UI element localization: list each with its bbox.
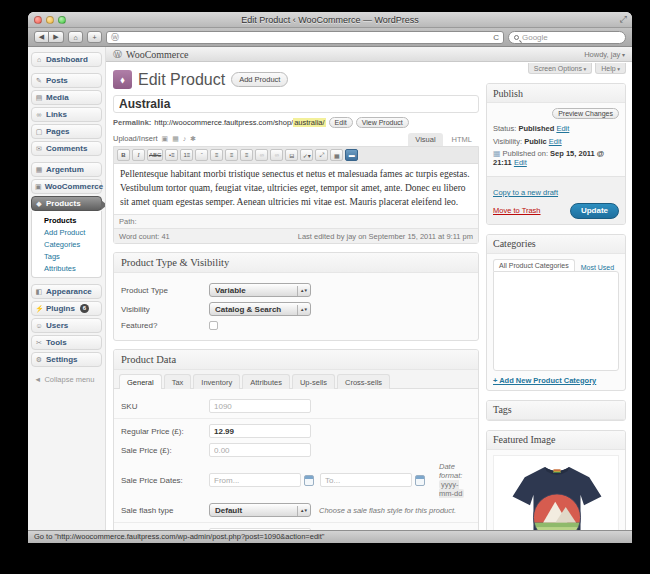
bold-icon[interactable]: B: [117, 149, 130, 161]
tags-title[interactable]: Tags: [487, 401, 625, 420]
sale-price-input[interactable]: [209, 443, 311, 457]
regular-price-input[interactable]: [209, 424, 311, 438]
submenu-products[interactable]: Products: [44, 214, 101, 226]
add-audio-icon[interactable]: ♪: [183, 135, 187, 142]
preview-changes-button[interactable]: Preview Changes: [552, 108, 619, 119]
tab-inventory[interactable]: Inventory: [193, 374, 240, 389]
sale-flash-select[interactable]: Default: [209, 503, 311, 517]
product-title-input[interactable]: [113, 95, 479, 113]
add-media-icon[interactable]: ✱: [190, 135, 196, 143]
add-new-category-link[interactable]: + Add New Product Category: [493, 376, 596, 385]
edit-visibility-link[interactable]: Edit: [549, 137, 562, 146]
featured-image[interactable]: AUSTRALIA: [493, 455, 619, 531]
woo-shortcodes-icon[interactable]: ▬: [345, 149, 358, 161]
move-to-trash-link[interactable]: Move to Trash: [493, 206, 541, 215]
links-icon: ∞: [35, 111, 43, 118]
featured-image-title[interactable]: Featured Image: [487, 431, 625, 450]
align-left-icon[interactable]: ≡: [210, 149, 223, 161]
weight-input[interactable]: [209, 528, 311, 530]
submenu-categories[interactable]: Categories: [44, 238, 101, 250]
spellcheck-icon[interactable]: ✓▾: [300, 149, 313, 161]
add-video-icon[interactable]: ▦: [172, 135, 179, 143]
sidebar-item-users[interactable]: ☺Users: [31, 318, 102, 333]
editor-content[interactable]: Pellentesque habitant morbi tristique se…: [114, 164, 478, 214]
update-button[interactable]: Update: [570, 203, 619, 219]
numbered-list-icon[interactable]: 1≡: [180, 149, 193, 161]
products-submenu: Products Add Product Categories Tags Att…: [31, 211, 102, 278]
sidebar-item-argentum[interactable]: ▦Argentum: [31, 162, 102, 177]
help-tab[interactable]: Help: [595, 63, 626, 74]
edit-published-link[interactable]: Edit: [514, 158, 527, 167]
product-data-title[interactable]: Product Data: [114, 350, 478, 370]
sidebar-item-tools[interactable]: ✂Tools: [31, 335, 102, 350]
add-image-icon[interactable]: ▣: [162, 135, 169, 143]
address-bar[interactable]: Ⓦ C: [106, 31, 504, 44]
publish-title[interactable]: Publish: [487, 84, 625, 103]
sidebar-item-media[interactable]: ▤Media: [31, 90, 102, 105]
submenu-attributes[interactable]: Attributes: [44, 262, 101, 274]
submenu-tags[interactable]: Tags: [44, 250, 101, 262]
resize-icon[interactable]: ⤢: [620, 14, 627, 25]
link-icon[interactable]: ∞: [255, 149, 268, 161]
sidebar-item-posts[interactable]: ✎Posts: [31, 73, 102, 88]
new-tab-button[interactable]: +: [87, 31, 102, 43]
sidebar-item-settings[interactable]: ⚙Settings: [31, 352, 102, 367]
site-name[interactable]: ⓌWooCommerce: [113, 48, 189, 61]
sku-input[interactable]: [209, 399, 311, 413]
screen-options-tab[interactable]: Screen Options: [528, 63, 593, 74]
more-tag-icon[interactable]: ⊟: [285, 149, 298, 161]
sidebar-item-plugins[interactable]: ⚡Plugins6: [31, 301, 102, 316]
visibility-select[interactable]: Catalog & Search: [209, 302, 311, 316]
blockquote-icon[interactable]: “: [195, 149, 208, 161]
sidebar-item-appearance[interactable]: ◧Appearance: [31, 284, 102, 299]
window-titlebar[interactable]: Edit Product ‹ WooCommerce — WordPress ⤢: [28, 12, 632, 28]
strikethrough-icon[interactable]: ABC: [147, 149, 163, 161]
align-center-icon[interactable]: ≡: [225, 149, 238, 161]
forward-button[interactable]: ▶: [49, 31, 64, 43]
sidebar-item-comments[interactable]: ✉Comments: [31, 141, 102, 156]
collapse-menu-button[interactable]: ◄Collapse menu: [28, 371, 105, 388]
reload-icon[interactable]: C: [493, 33, 499, 42]
back-button[interactable]: ◀: [34, 31, 49, 43]
calendar-icon[interactable]: [415, 475, 425, 486]
sidebar-item-pages[interactable]: ▢Pages: [31, 124, 102, 139]
edit-status-link[interactable]: Edit: [556, 124, 569, 133]
tab-general[interactable]: General: [119, 374, 162, 389]
featured-checkbox[interactable]: [209, 321, 218, 330]
sale-to-input[interactable]: [320, 473, 412, 487]
edit-permalink-button[interactable]: Edit: [329, 117, 353, 128]
tab-tax[interactable]: Tax: [164, 374, 192, 389]
html-tab[interactable]: HTML: [445, 133, 479, 146]
tab-attributes[interactable]: Attributes: [242, 374, 290, 389]
ptv-title[interactable]: Product Type & Visibility: [114, 253, 478, 273]
search-field[interactable]: Google: [508, 31, 626, 44]
category-list[interactable]: [493, 271, 619, 371]
status-label: Status:: [493, 124, 516, 133]
tab-crosssells[interactable]: Cross-sells: [337, 374, 390, 389]
copy-draft-link[interactable]: Copy to a new draft: [493, 188, 558, 197]
most-used-tab[interactable]: Most Used: [581, 264, 614, 271]
fullscreen-icon[interactable]: ⤢: [315, 149, 328, 161]
all-categories-tab[interactable]: All Product Categories: [493, 259, 575, 271]
tab-upsells[interactable]: Up-sells: [292, 374, 335, 389]
sidebar-item-products[interactable]: ◆Products: [31, 196, 102, 211]
view-product-button[interactable]: View Product: [356, 117, 409, 128]
kitchen-sink-icon[interactable]: ▦: [330, 149, 343, 161]
categories-title[interactable]: Categories: [487, 235, 625, 254]
calendar-icon[interactable]: [304, 475, 314, 486]
permalink-slug: australia/: [293, 118, 325, 127]
sale-from-input[interactable]: [209, 473, 301, 487]
visual-tab[interactable]: Visual: [408, 133, 442, 146]
bullet-list-icon[interactable]: •≡: [165, 149, 178, 161]
align-right-icon[interactable]: ≡: [240, 149, 253, 161]
sidebar-item-dashboard[interactable]: ⌂Dashboard: [31, 52, 102, 67]
unlink-icon[interactable]: ∞: [270, 149, 283, 161]
product-type-select[interactable]: Variable: [209, 283, 311, 297]
howdy-menu[interactable]: Howdy, jay: [584, 50, 625, 59]
submenu-add-product[interactable]: Add Product: [44, 226, 101, 238]
home-button[interactable]: ⌂: [68, 31, 83, 43]
sidebar-item-links[interactable]: ∞Links: [31, 107, 102, 122]
add-product-button[interactable]: Add Product: [231, 72, 288, 87]
sidebar-item-woocommerce[interactable]: ▣WooCommerce: [31, 179, 102, 194]
italic-icon[interactable]: I: [132, 149, 145, 161]
